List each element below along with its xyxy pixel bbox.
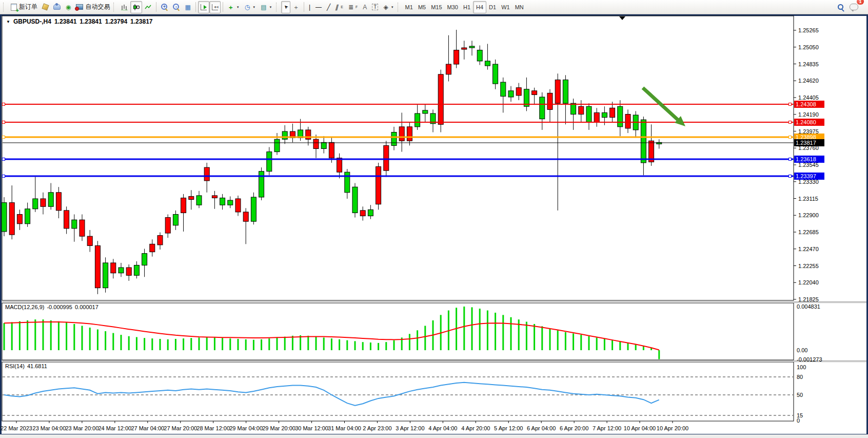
timeframe-h1-button[interactable]: H1 <box>461 4 473 10</box>
auto-scroll-button[interactable] <box>198 1 209 13</box>
tile-windows-button[interactable]: ▦ <box>182 1 193 13</box>
line-chart-mode-button[interactable] <box>142 1 154 13</box>
channel-tool-button[interactable]: ∥E <box>333 1 346 13</box>
chart-title: ▼ GBPUSD-,H4 1.23841 1.23841 1.23794 1.2… <box>6 18 153 25</box>
chart-shift-button[interactable] <box>209 1 221 13</box>
text-label-tool-button[interactable]: T <box>369 1 381 13</box>
chart-canvas[interactable]: 1.252651.250501.248351.246201.244051.241… <box>0 0 868 438</box>
periods-button[interactable]: ◷▼ <box>242 1 258 13</box>
candle-body <box>80 220 85 236</box>
zoom-in-button[interactable]: + <box>159 1 170 13</box>
timeframe-m1-button[interactable]: M1 <box>403 4 416 10</box>
template-icon: ▤ <box>261 4 266 10</box>
macd-histogram-bar <box>206 337 208 350</box>
macd-histogram-bar <box>463 307 465 350</box>
zoom-out-button[interactable]: - <box>170 1 182 13</box>
horizontal-line-tool-button[interactable]: — <box>313 1 324 13</box>
rsi-panel-frame <box>2 362 794 421</box>
macd-histogram-bar <box>253 340 254 350</box>
line-handle[interactable] <box>3 136 5 139</box>
candle-body <box>33 199 38 209</box>
fibonacci-tool-button[interactable]: ≣F <box>346 1 360 13</box>
search-button[interactable] <box>835 1 847 13</box>
candle-body <box>87 236 92 245</box>
macd-histogram-bar <box>292 336 293 350</box>
candle-body <box>134 265 139 275</box>
macd-histogram-bar <box>34 319 36 350</box>
candle-body <box>368 210 373 216</box>
line-handle[interactable] <box>3 158 5 161</box>
shapes-tool-button[interactable]: ◈▼ <box>381 1 396 13</box>
fibonacci-icon: ≣ <box>348 4 353 10</box>
macd-histogram-bar <box>82 326 83 350</box>
cursor-tool-button[interactable]: ➤ <box>281 1 290 13</box>
macd-histogram-bar <box>97 330 98 350</box>
macd-histogram-bar <box>573 333 574 350</box>
collapse-triangle-icon[interactable]: ▼ <box>6 20 10 24</box>
chart-shift-marker[interactable] <box>619 16 625 20</box>
time-axis[interactable] <box>2 422 794 434</box>
candle-chart-mode-button[interactable] <box>130 1 142 13</box>
candle-body <box>56 193 61 211</box>
timeframe-m5-button[interactable]: M5 <box>416 4 428 10</box>
symbols-button[interactable] <box>40 1 51 13</box>
candle-body <box>48 193 53 206</box>
macd-histogram-bar <box>144 338 145 350</box>
trendline-tool-button[interactable]: ╱ <box>324 1 333 13</box>
macd-label: MACD(12,26,9) -0.000995 0.000017 <box>5 304 98 310</box>
line-handle[interactable] <box>789 175 792 178</box>
indicators-button[interactable]: ＋▼ <box>225 1 242 13</box>
macd-histogram-bar <box>105 331 106 350</box>
macd-histogram-bar <box>502 315 504 350</box>
candle-body <box>618 106 623 127</box>
macd-histogram-bar <box>354 341 356 350</box>
timeframe-d1-button[interactable]: D1 <box>486 4 499 10</box>
timeframe-m15-button[interactable]: M15 <box>428 4 444 10</box>
macd-histogram-bar <box>346 340 348 350</box>
timeframe-w1-button[interactable]: W1 <box>499 4 512 10</box>
timeframe-mn-button[interactable]: MN <box>512 4 526 10</box>
candle-body <box>259 172 264 197</box>
candle-body <box>196 196 202 205</box>
macd-histogram-bar <box>214 337 215 350</box>
line-handle[interactable] <box>789 158 792 161</box>
main-toolbar: 新订单 ◉ 自动交易 + - ▦ ＋▼ ◷▼ ▤▼ ➤ ＋ | — ╱ ∥E ≣… <box>0 0 868 14</box>
macd-histogram-bar <box>510 317 512 350</box>
signals-button[interactable]: ◉ <box>63 1 73 13</box>
search-icon <box>837 4 844 11</box>
timeframe-m30-button[interactable]: M30 <box>445 4 461 10</box>
new-order-button[interactable]: 新订单 <box>8 1 40 13</box>
candle-body <box>220 198 225 205</box>
profile-button[interactable] <box>51 1 63 13</box>
text-tool-button[interactable]: A <box>360 1 369 13</box>
candle-body <box>235 199 241 212</box>
templates-button[interactable]: ▤▼ <box>258 1 274 13</box>
vertical-line-tool-button[interactable]: | <box>306 1 313 13</box>
candle-body <box>501 82 506 96</box>
zoom-out-icon: - <box>173 4 180 10</box>
crosshair-tool-button[interactable]: ＋ <box>290 1 302 13</box>
candle-body <box>493 64 498 84</box>
macd-histogram-bar <box>89 328 91 350</box>
notifications-button[interactable]: 1 <box>847 1 861 13</box>
candle-body <box>126 268 131 275</box>
candle-body <box>360 211 365 216</box>
candle-body <box>563 80 568 103</box>
toolbar-separator <box>223 2 223 12</box>
line-handle[interactable] <box>3 121 5 124</box>
candle-body <box>446 64 451 74</box>
line-handle[interactable] <box>789 136 792 139</box>
candle-body <box>415 113 420 127</box>
auto-trading-button[interactable]: 自动交易 <box>73 1 112 13</box>
line-handle[interactable] <box>3 103 5 106</box>
price-axis[interactable] <box>794 16 866 421</box>
macd-histogram-bar <box>588 336 590 350</box>
candle-body <box>345 172 350 193</box>
line-handle[interactable] <box>789 103 792 106</box>
macd-histogram-bar <box>136 337 137 350</box>
bar-chart-mode-button[interactable] <box>119 1 130 13</box>
line-handle[interactable] <box>789 121 792 124</box>
line-handle[interactable] <box>3 175 5 178</box>
macd-histogram-bar <box>495 313 496 350</box>
timeframe-h4-button[interactable]: H4 <box>473 1 486 13</box>
